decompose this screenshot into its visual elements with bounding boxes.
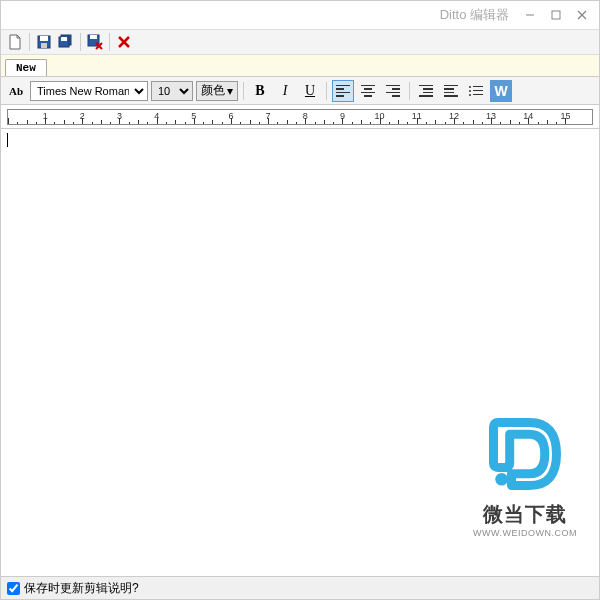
status-bar: 保存时更新剪辑说明? [1,577,599,599]
checkbox-input[interactable] [7,582,20,595]
svg-point-16 [495,473,508,486]
delete-icon[interactable] [114,32,134,52]
watermark-logo-icon [480,409,570,499]
svg-rect-9 [61,37,67,41]
wrap-button[interactable]: W [490,80,512,102]
separator [80,33,81,51]
document-tabs: New [1,55,599,77]
main-toolbar [1,29,599,55]
align-left-button[interactable] [332,80,354,102]
minimize-button[interactable] [517,5,543,25]
text-cursor [7,133,8,147]
tab-new[interactable]: New [5,59,47,76]
separator [326,82,327,100]
format-toolbar: Ab Times New Roman 10 颜色▾ B I U W [1,77,599,105]
close-button[interactable] [569,5,595,25]
app-window: Ditto 编辑器 New Ab Times New Roman 10 颜色▾ … [0,0,600,600]
watermark-title: 微当下载 [473,501,577,528]
save-close-icon[interactable] [85,32,105,52]
svg-rect-1 [552,11,560,19]
separator [409,82,410,100]
watermark-url: WWW.WEIDOWN.COM [473,528,577,538]
separator [243,82,244,100]
bullet-list-button[interactable] [465,80,487,102]
new-file-icon[interactable] [5,32,25,52]
text-editor[interactable]: 微当下载 WWW.WEIDOWN.COM [1,129,599,577]
svg-rect-6 [41,43,47,48]
align-center-button[interactable] [357,80,379,102]
align-right-button[interactable] [382,80,404,102]
separator [29,33,30,51]
indent-button[interactable] [440,80,462,102]
bold-button[interactable]: B [249,80,271,102]
font-size-select[interactable]: 10 [151,81,193,101]
font-family-select[interactable]: Times New Roman [30,81,148,101]
svg-rect-11 [90,35,97,39]
watermark: 微当下载 WWW.WEIDOWN.COM [473,409,577,538]
update-description-checkbox[interactable]: 保存时更新剪辑说明? [7,580,139,597]
ruler[interactable]: 123456789101112131415 [1,105,599,129]
maximize-button[interactable] [543,5,569,25]
save-all-icon[interactable] [56,32,76,52]
text-format-icon[interactable]: Ab [5,80,27,102]
color-button[interactable]: 颜色▾ [196,81,238,101]
outdent-button[interactable] [415,80,437,102]
titlebar: Ditto 编辑器 [1,1,599,29]
separator [109,33,110,51]
underline-button[interactable]: U [299,80,321,102]
save-icon[interactable] [34,32,54,52]
italic-button[interactable]: I [274,80,296,102]
window-title: Ditto 编辑器 [440,6,509,24]
chevron-down-icon: ▾ [227,84,233,98]
svg-rect-5 [40,36,48,41]
